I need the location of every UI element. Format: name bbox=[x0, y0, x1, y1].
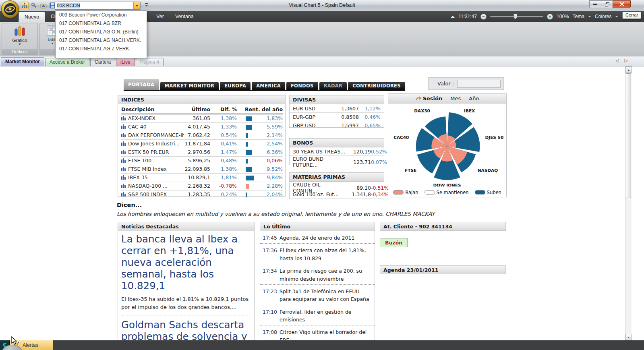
divisas-rows: EUR-USD 1,3607 1,12%EUR-GBP 0,8508 0,46%… bbox=[290, 104, 384, 130]
portal-tabs: PORTADAMARKET MONITOREUROPAAMERICAFONDOS… bbox=[124, 79, 405, 91]
index-row[interactable]: IBEX 35 10.829,1 1,81% 9,84% bbox=[121, 173, 283, 182]
colores-menu[interactable]: Colores bbox=[595, 14, 611, 19]
portal-tab-portada[interactable]: PORTADA bbox=[124, 79, 159, 90]
mini-chart-icon bbox=[121, 141, 126, 147]
news-headline[interactable]: Goldman Sachs descarta problemas de solv… bbox=[121, 319, 251, 340]
lo-ultimo-item[interactable]: 17:36El Ibex cierra con alzas del 1,81%,… bbox=[260, 244, 375, 264]
index-row[interactable]: CAC 40 4.017,45 1,33% 5,59% bbox=[121, 122, 283, 131]
grafico-button[interactable]: Gráfico bbox=[8, 25, 31, 49]
symbol-dropdown-item[interactable]: 017 CONTINENTAL AG Z.VERK. bbox=[56, 45, 147, 53]
scroll-down-button[interactable]: ▼ bbox=[625, 334, 632, 340]
ribbon-tab-nuevo[interactable]: Nuevo bbox=[19, 12, 45, 22]
dropdown-more-indicator[interactable]: ···· bbox=[56, 53, 147, 58]
mini-chart-icon bbox=[121, 192, 126, 198]
lo-ultimo-item[interactable]: 17:45Agenda, 24 de enero de 2011 bbox=[260, 231, 375, 244]
divisas-row[interactable]: GBP-USD 1,5997 0,65% bbox=[290, 121, 384, 130]
lo-ultimo-item[interactable]: 17:08Citroen Vigo ultima el borrador del… bbox=[260, 325, 375, 340]
mini-chart-icon bbox=[121, 183, 126, 189]
market-breadth-rose-chart: IBEXDJES 50NASDAQDOW JONESFTSECAC40DAX30 bbox=[388, 104, 506, 186]
portal-tab-fondos[interactable]: FONDOS bbox=[286, 82, 318, 90]
portal-tab-market-monitor[interactable]: MARKET MONITOR bbox=[160, 82, 219, 90]
lo-ultimo-item[interactable]: 17:10Ferrovial, líder en gestión de emis… bbox=[260, 305, 375, 326]
materias-row[interactable]: Gold 100 oz. Fut... 1.341,8 -0,34% bbox=[290, 190, 384, 199]
tab-scroll-arrows[interactable]: ◁▷ bbox=[615, 58, 634, 63]
lo-ultimo-item[interactable]: 17:23Split 3x1 de Telefónica en EEUU par… bbox=[260, 285, 375, 305]
index-row[interactable]: Dow Jones Industri... 11.871,84 0,41% 2,… bbox=[121, 139, 283, 148]
portal-tab-america[interactable]: AMERICA bbox=[252, 82, 285, 90]
app-logo[interactable] bbox=[1, 0, 19, 18]
combobox-dropdown-button[interactable]: ▼ bbox=[133, 2, 140, 9]
mini-chart-icon bbox=[121, 166, 126, 172]
bonos-row[interactable]: EURO BUND FUTURE... 123,71 0,07% bbox=[290, 156, 384, 164]
symbol-dropdown-item[interactable]: 017 CONTINENTAL AG O.N. (Berlin) bbox=[56, 28, 147, 36]
title-bar: Visual Chart 5 - Spain Default 003 BCON … bbox=[0, 0, 644, 11]
symbol-combobox[interactable]: 003 BCON ▼ bbox=[55, 2, 141, 10]
symbol-dropdown-item[interactable]: 017 CONTINENTAL AG BZR bbox=[56, 19, 147, 28]
legend-item-bajan: Bajan bbox=[393, 190, 418, 195]
symbol-dropdown-list: 003 Beacon Power Corporation017 CONTINEN… bbox=[55, 10, 147, 58]
lo-ultimo-title: Lo Último bbox=[260, 222, 375, 231]
customize-toolbar-icon[interactable] bbox=[144, 3, 149, 8]
vertical-scrollbar[interactable]: ▲ ▼ bbox=[625, 66, 632, 340]
status-bar: € Alertas bbox=[0, 340, 644, 350]
symbol-dropdown-item[interactable]: 017 CONTINENTAL AG NACH.VERK. bbox=[56, 36, 147, 45]
index-row[interactable]: FTSE MIB Index 22.093,85 1,38% 9,52% bbox=[121, 165, 283, 173]
index-row[interactable]: FTSE 100 5.896,25 0,48% -0,06% bbox=[121, 156, 283, 165]
dif-bar bbox=[246, 133, 248, 138]
scrollbar-thumb[interactable] bbox=[626, 73, 631, 198]
ribbon-tab-ventana[interactable]: Ventana bbox=[170, 11, 199, 22]
bonos-row[interactable]: 30 YEAR US TREAS... 120,19 0,52% bbox=[290, 147, 384, 156]
close-button[interactable] bbox=[613, 0, 631, 8]
doc-tab-acceso-a-broker[interactable]: Acceso a Broker bbox=[45, 58, 89, 66]
mini-chart-icon bbox=[121, 116, 126, 122]
chart-tab-mes[interactable]: Mes bbox=[450, 95, 461, 101]
divisas-row[interactable]: EUR-GBP 0,8508 0,46% bbox=[290, 113, 384, 121]
ribbon-right-cluster: 11:31:47 − + 100% Tema Colores ? bbox=[451, 11, 632, 22]
doc-tab-ilive[interactable]: iLive bbox=[116, 58, 135, 66]
symbol-input[interactable]: 003 BCON bbox=[55, 3, 133, 8]
mini-chart-icon bbox=[121, 124, 126, 130]
market-depth-icon[interactable] bbox=[21, 2, 29, 9]
news-headline[interactable]: La banca lleva al Ibex a cerrar en +1,81… bbox=[121, 234, 251, 292]
minimize-button[interactable] bbox=[589, 0, 601, 8]
index-row[interactable]: ESTX 50 PR.EUR 2.970,56 1,47% 6,36% bbox=[121, 148, 283, 156]
dif-bar bbox=[246, 125, 252, 130]
portal-tab-europa[interactable]: EUROPA bbox=[220, 82, 251, 90]
valor-input[interactable] bbox=[457, 80, 501, 88]
doc-tab-market-monitor[interactable]: Market Monitor bbox=[1, 57, 44, 66]
zoom-slider[interactable] bbox=[490, 16, 543, 17]
tema-menu[interactable]: Tema bbox=[573, 14, 584, 19]
scroll-up-button[interactable]: ▲ bbox=[625, 66, 632, 73]
svg-text:IBEX: IBEX bbox=[464, 108, 475, 113]
zoom-out-button[interactable]: − bbox=[480, 14, 487, 20]
materias-panel: MATERIAS PRIMAS CRUDE OIL CONTIN... 89,1… bbox=[289, 172, 384, 199]
key-icon[interactable] bbox=[30, 2, 38, 9]
buzon-tab[interactable]: Buzón bbox=[380, 238, 408, 247]
collapse-ribbon-icon[interactable] bbox=[451, 16, 455, 18]
restore-button[interactable] bbox=[601, 0, 613, 8]
chart-tab-sesión[interactable]: Sesión bbox=[416, 95, 443, 101]
news-body: El Ibex-35 ha subido el 1,81% a 10.829,1… bbox=[121, 295, 251, 311]
valor-panel: Valor : bbox=[428, 77, 504, 90]
divisas-row[interactable]: EUR-USD 1,3607 1,12% bbox=[290, 104, 384, 113]
portal-tab-radar[interactable]: RADAR bbox=[319, 82, 347, 90]
index-row[interactable]: NASDAQ-100 ... 2.268,32 -0,78% 2,28% bbox=[121, 182, 283, 190]
tema-dropdown-icon[interactable] bbox=[588, 16, 591, 17]
chart-tab-año[interactable]: Año bbox=[469, 95, 479, 101]
materias-row[interactable]: CRUDE OIL CONTIN... 89,10 -0,51% bbox=[290, 182, 384, 190]
colores-dropdown-icon[interactable] bbox=[615, 16, 618, 17]
market-breadth-panel: SesiónMesAño IBEXDJES 50NASDAQDOW JONESF… bbox=[388, 93, 507, 197]
zoom-in-button[interactable]: + bbox=[547, 14, 553, 20]
portal-tab-contribuidores[interactable]: CONTRIBUIDORES bbox=[348, 82, 405, 90]
lo-ultimo-item[interactable]: 17:34La prima de riesgo cae a 200, su mí… bbox=[260, 264, 375, 285]
divisas-title: DIVISAS bbox=[290, 95, 384, 104]
index-row[interactable]: DAX PERFORMANCE-IN... 7.062,42 0,54% 2,1… bbox=[121, 131, 283, 139]
symbol-dropdown-item[interactable]: 003 Beacon Power Corporation bbox=[56, 11, 147, 19]
ribbon-tab-ver[interactable]: Ver bbox=[151, 11, 170, 22]
index-row[interactable]: AEX-INDEX 361,05 1,38% 1,83% bbox=[121, 114, 283, 122]
zoom-slider-thumb[interactable] bbox=[514, 14, 517, 19]
index-row[interactable]: S&P 500 INDEX 1.283,35 0,24% 2,04% bbox=[121, 190, 283, 199]
doc-tab-página-4[interactable]: Página 4 bbox=[136, 58, 164, 66]
doc-tab-cartera[interactable]: Cartera bbox=[90, 58, 115, 66]
open-folder-chart-icon[interactable] bbox=[39, 2, 47, 9]
